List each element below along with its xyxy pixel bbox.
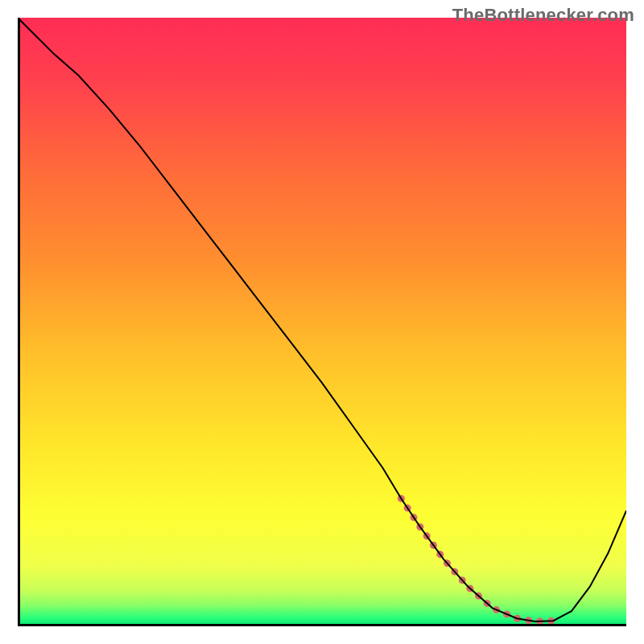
attribution-text: TheBottlenecker.com	[452, 5, 634, 26]
bottleneck-curve	[18, 18, 626, 621]
plot-area	[18, 18, 626, 626]
chart-container: TheBottlenecker.com	[0, 0, 644, 644]
highlight-band	[401, 498, 553, 621]
curve-layer	[18, 18, 626, 626]
